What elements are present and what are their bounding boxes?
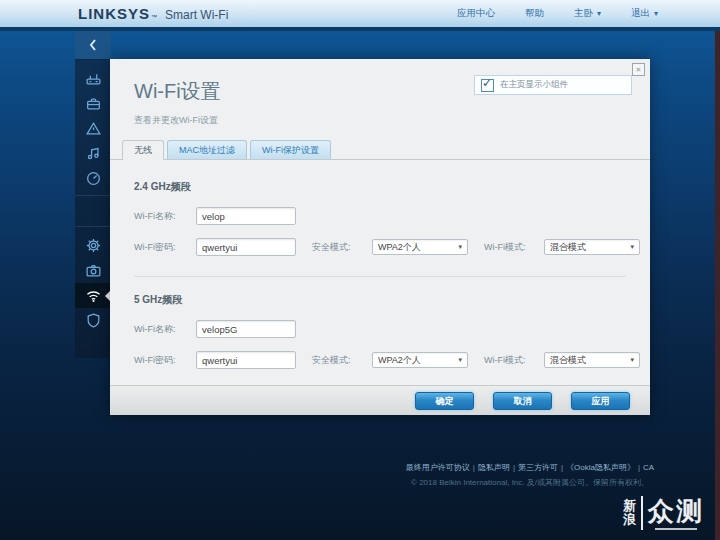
security-mode-select-24ghz[interactable]: WPA2个人 ▾ <box>372 239 468 255</box>
sidebar-item-guest-access[interactable] <box>75 91 111 116</box>
menu-help-label: 帮助 <box>525 7 544 20</box>
wifi-password-label: Wi-Fi密码: <box>134 241 196 254</box>
wifi-name-input-24ghz[interactable] <box>196 207 296 225</box>
wifi-mode-select-24ghz[interactable]: 混合模式 ▾ <box>544 239 640 255</box>
tab-mac-filtering[interactable]: MAC地址过滤 <box>167 140 247 159</box>
section-heading-24ghz: 2.4 GHz频段 <box>134 180 626 194</box>
footer-link-ookla[interactable]: 《Ookla隐私声明》 <box>566 463 635 472</box>
speed-test-icon <box>85 170 102 187</box>
checkmark-icon: ✓ <box>482 76 492 90</box>
wifi-settings-panel: ✕ Wi-Fi设置 查看并更改Wi-Fi设置 ✓ 在主页显示小组件 无线 MAC… <box>110 59 650 415</box>
watermark-char-top: 新 <box>623 499 636 513</box>
footer-link-ca[interactable]: CA <box>643 463 654 472</box>
top-menu: 应用中心 帮助 主卧 ▾ 退出 ▾ <box>457 0 658 27</box>
footer-separator: | <box>561 463 563 472</box>
wifi-mode-label: Wi-Fi模式: <box>484 241 536 254</box>
footer-separator: | <box>473 463 475 472</box>
row-24-security: Wi-Fi密码: 安全模式: WPA2个人 ▾ Wi-Fi模式: 混合模式 ▾ <box>134 238 626 256</box>
wifi-name-label: Wi-Fi名称: <box>134 210 196 223</box>
menu-app-center-label: 应用中心 <box>457 7 495 20</box>
network-map-icon <box>85 70 102 87</box>
footer-separator: | <box>638 463 640 472</box>
gear-icon <box>85 237 102 254</box>
security-mode-value: WPA2个人 <box>378 354 421 367</box>
sidebar-item-connectivity[interactable] <box>75 233 111 258</box>
menu-logout-label: 退出 <box>631 7 650 20</box>
chevron-down-icon: ▾ <box>597 9 601 18</box>
page: LINKSYS ™ Smart Wi-Fi 应用中心 帮助 主卧 ▾ 退出 ▾ <box>0 0 720 540</box>
sidebar-back-button[interactable] <box>75 31 111 60</box>
row-5-name: Wi-Fi名称: <box>134 320 626 338</box>
sidebar-item-parental-controls[interactable] <box>75 116 111 141</box>
page-subtitle: 查看并更改Wi-Fi设置 <box>134 114 626 127</box>
sidebar-item-media-prioritization[interactable] <box>75 141 111 166</box>
footer-links: 最终用户许可协议|隐私声明|第三方许可|《Ookla隐私声明》|CA <box>365 462 695 473</box>
tab-content: 2.4 GHz频段 Wi-Fi名称: Wi-Fi密码: 安全模式: WPA2个人… <box>110 180 650 400</box>
menu-logout-dropdown[interactable]: 退出 ▾ <box>631 7 658 20</box>
sidebar-item-troubleshooting[interactable] <box>75 258 111 283</box>
wifi-icon <box>85 287 102 304</box>
guest-access-icon <box>85 95 102 112</box>
menu-app-center[interactable]: 应用中心 <box>457 7 495 20</box>
show-widget-checkbox[interactable]: ✓ <box>481 79 494 92</box>
security-mode-label: 安全模式: <box>312 354 364 367</box>
menu-node-label: 主卧 <box>574 7 593 20</box>
watermark-main-text: 众测 <box>648 497 704 525</box>
wifi-mode-value: 混合模式 <box>550 354 586 367</box>
show-widget-option: ✓ 在主页显示小组件 <box>474 75 632 95</box>
watermark-char-bottom: 浪 <box>623 513 636 527</box>
watermark-main-wrap: 众测 <box>648 497 704 530</box>
page-footer: 最终用户许可协议|隐私声明|第三方许可|《Ookla隐私声明》|CA © 201… <box>365 462 695 488</box>
wifi-name-label: Wi-Fi名称: <box>134 323 196 336</box>
menu-node-dropdown[interactable]: 主卧 ▾ <box>574 7 601 20</box>
right-edge-strip <box>715 31 720 540</box>
sina-zhongce-watermark: 新 浪 众测 <box>623 496 704 530</box>
wifi-password-input-24ghz[interactable] <box>196 238 296 256</box>
trademark-mark: ™ <box>151 14 157 20</box>
sidebar-item-speed-test[interactable] <box>75 166 111 191</box>
watermark-side-text: 新 浪 <box>623 499 636 527</box>
ok-button[interactable]: 确定 <box>415 392 474 410</box>
parental-controls-icon <box>85 120 102 137</box>
sidebar-group-settings <box>75 227 111 337</box>
product-name: Smart Wi-Fi <box>165 8 228 22</box>
chevron-down-icon: ▾ <box>630 243 634 251</box>
panel-header: Wi-Fi设置 查看并更改Wi-Fi设置 ✓ 在主页显示小组件 <box>110 59 650 127</box>
footer-copyright: © 2018 Belkin International, Inc. 及/或其附属… <box>365 477 695 488</box>
wifi-password-label: Wi-Fi密码: <box>134 354 196 367</box>
sidebar <box>75 31 111 358</box>
security-mode-select-5ghz[interactable]: WPA2个人 ▾ <box>372 352 468 368</box>
row-24-name: Wi-Fi名称: <box>134 207 626 225</box>
show-widget-label: 在主页显示小组件 <box>500 79 568 91</box>
watermark-underline <box>655 528 697 530</box>
linksys-logo: LINKSYS ™ Smart Wi-Fi <box>78 5 228 22</box>
panel-footer: 确定 取消 应用 <box>110 385 650 415</box>
camera-icon <box>85 262 102 279</box>
shield-icon <box>85 312 102 329</box>
footer-link-privacy[interactable]: 隐私声明 <box>478 463 510 472</box>
media-prioritization-icon <box>85 145 102 162</box>
tab-bar: 无线 MAC地址过滤 Wi-Fi保护设置 <box>110 140 650 160</box>
footer-link-eula[interactable]: 最终用户许可协议 <box>406 463 470 472</box>
sidebar-item-wireless[interactable] <box>75 283 111 308</box>
footer-link-third-party[interactable]: 第三方许可 <box>518 463 558 472</box>
sidebar-group-main <box>75 60 111 195</box>
cancel-button[interactable]: 取消 <box>493 392 552 410</box>
chevron-left-icon <box>87 38 99 52</box>
section-divider <box>134 276 626 277</box>
brand-name: LINKSYS <box>78 5 150 22</box>
chevron-down-icon: ▾ <box>654 9 658 18</box>
security-mode-label: 安全模式: <box>312 241 364 254</box>
sidebar-item-security[interactable] <box>75 308 111 333</box>
tab-wifi-protected-setup[interactable]: Wi-Fi保护设置 <box>250 140 331 159</box>
wifi-name-input-5ghz[interactable] <box>196 320 296 338</box>
sidebar-divider <box>75 195 111 227</box>
wifi-mode-select-5ghz[interactable]: 混合模式 ▾ <box>544 352 640 368</box>
apply-button[interactable]: 应用 <box>571 392 630 410</box>
tab-wireless[interactable]: 无线 <box>122 140 164 160</box>
wifi-password-input-5ghz[interactable] <box>196 351 296 369</box>
menu-help[interactable]: 帮助 <box>525 7 544 20</box>
section-heading-5ghz: 5 GHz频段 <box>134 293 626 307</box>
footer-separator: | <box>513 463 515 472</box>
sidebar-item-network-map[interactable] <box>75 66 111 91</box>
